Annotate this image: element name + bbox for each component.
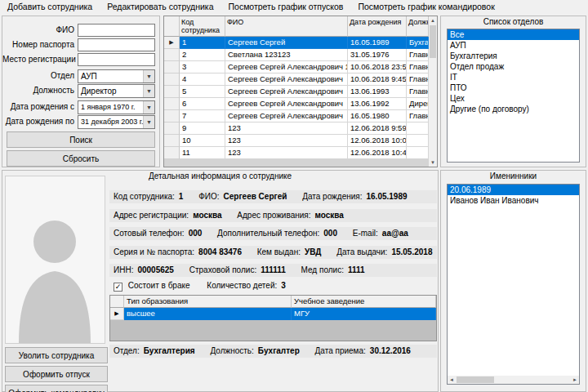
- table-row[interactable]: 9 123 12.06.2018 9:59: [164, 122, 429, 135]
- table-row[interactable]: 3 Сергеев Сергей Александрович 123123 10…: [164, 61, 429, 74]
- birthdays-list: 20.06.1989 Иванов Иван Иванович ◄ ►: [447, 184, 580, 385]
- table-row[interactable]: 4 Сергеев Сергей Александрович 10.06.201…: [164, 74, 429, 86]
- search-button[interactable]: Поиск: [7, 131, 155, 148]
- fio-input[interactable]: [78, 24, 155, 37]
- list-item[interactable]: АУП: [448, 40, 579, 51]
- column-header-code[interactable]: Код сотрудника: [180, 16, 225, 37]
- department-label: Отдел:: [114, 346, 140, 355]
- list-item[interactable]: Отдел продаж: [448, 61, 579, 72]
- table-row[interactable]: 10 123 12.06.2018 10:02: [164, 135, 429, 147]
- list-item[interactable]: Все: [448, 29, 579, 40]
- row-header: [164, 61, 180, 74]
- scrollbar-thumb[interactable]: [430, 25, 436, 58]
- row-header: ▶: [164, 37, 180, 49]
- birthdays-panel: Именинники 20.06.1989 Иванов Иван Иванов…: [440, 170, 586, 392]
- table-row[interactable]: 11 123 12.06.2018 10:47: [164, 147, 429, 159]
- employee-grid: Код сотрудника ФИО Дата рождения Должнос…: [163, 16, 438, 167]
- cell-fio: Сергеев Сергей Александрович: [225, 86, 348, 98]
- row-header: [164, 110, 180, 122]
- cell-birth: 10.06.2018 9:45: [348, 74, 407, 86]
- passport-input[interactable]: [78, 38, 155, 51]
- position-select[interactable]: Директор ▼: [78, 84, 155, 98]
- cell-birth: 31.05.1976: [348, 49, 407, 61]
- issue-date-value: 15.05.2018: [391, 247, 432, 256]
- birthdays-horizontal-scrollbar[interactable]: ◄ ►: [448, 376, 579, 384]
- table-row[interactable]: 5 Сергеев Сергей Александрович 13.06.199…: [164, 86, 429, 98]
- table-row[interactable]: ▶ 1 Сергеев Сергей 16.05.1989 Бухгалтер: [164, 37, 429, 49]
- cell-position: Бухгалтер: [407, 37, 429, 49]
- cell-fio: Светлана 123123: [225, 49, 348, 61]
- scroll-right-icon[interactable]: ►: [571, 377, 579, 382]
- current-row-arrow-icon: ▶: [114, 310, 118, 316]
- registration-input[interactable]: [78, 53, 155, 66]
- scroll-down-icon[interactable]: ▼: [430, 158, 435, 167]
- column-header-institution[interactable]: Учебное заведение: [292, 296, 436, 308]
- live-addr-value: москва: [315, 211, 344, 220]
- department-select[interactable]: АУП ▼: [78, 69, 155, 83]
- cell-code: 3: [180, 61, 225, 74]
- list-item[interactable]: ПТО: [448, 82, 579, 93]
- cell-code: 11: [180, 147, 225, 159]
- arrange-vacation-button[interactable]: Оформить отпуск: [5, 366, 108, 382]
- menu-edit-employee[interactable]: Редактировать сотрудника: [100, 0, 220, 14]
- row-header: ▶: [110, 308, 124, 320]
- scroll-up-icon[interactable]: ▲: [430, 16, 435, 24]
- education-grid-header: Тип образования Учебное заведение: [110, 296, 436, 308]
- grid-vertical-scrollbar[interactable]: ▲ ▼: [429, 16, 437, 167]
- fire-employee-button[interactable]: Уволить сотрудника: [5, 347, 108, 363]
- cell-code: 7: [180, 110, 225, 122]
- add-phone-value: 000: [323, 229, 337, 238]
- cell-position: Главный: [407, 86, 429, 98]
- list-item[interactable]: Иванов Иван Иванович: [448, 195, 579, 206]
- cell-phone-value: 000: [189, 229, 203, 238]
- column-header-birth[interactable]: Дата рождения: [348, 16, 407, 37]
- cell-code: 5: [180, 86, 225, 98]
- cell-fio: Сергеев Сергей Александрович 123123: [225, 61, 348, 74]
- email-value: aa@aa: [382, 229, 408, 238]
- list-item[interactable]: IT: [448, 72, 579, 82]
- table-row[interactable]: ▶ высшее МГУ: [110, 308, 436, 320]
- menu-vacation-schedule[interactable]: Посмотреть график отпусков: [221, 0, 351, 14]
- passport-label: Номер паспорта: [2, 40, 74, 49]
- cell-position: Главный: [407, 110, 429, 122]
- search-panel: ФИО Номер паспорта Место регистрации Отд…: [2, 16, 160, 167]
- grid-corner-cell: [110, 296, 124, 308]
- cell-fio: 123: [225, 122, 348, 135]
- cell-fio: Сергеев Сергей Александрович: [225, 98, 348, 110]
- list-item[interactable]: 20.06.1989: [448, 185, 579, 195]
- scrollbar-thumb[interactable]: [457, 376, 494, 383]
- scroll-left-icon[interactable]: ◄: [448, 377, 456, 382]
- cell-birth: 12.06.2018 10:47: [348, 147, 407, 159]
- row-header: [164, 135, 180, 147]
- cell-institution: МГУ: [292, 308, 436, 320]
- med-policy-label: Мед полис:: [301, 265, 344, 274]
- person-silhouette-icon: [6, 176, 105, 343]
- table-row[interactable]: 7 Сергеев Сергей Александрович 16.05.198…: [164, 110, 429, 122]
- birth-from-datepicker[interactable]: 1 января 1970 г. ▼: [78, 100, 155, 114]
- table-row[interactable]: 2 Светлана 123123 31.05.1976 Главный: [164, 49, 429, 61]
- reset-button[interactable]: Сбросить: [7, 150, 155, 167]
- passport-label: Серия и № паспорта:: [114, 247, 194, 256]
- birth-label: Дата рождения:: [302, 192, 362, 201]
- column-header-education-type[interactable]: Тип образования: [124, 296, 292, 308]
- position-value: Бухгалтер: [258, 346, 300, 355]
- column-header-fio[interactable]: ФИО: [225, 16, 348, 37]
- hire-date-value: 30.12.2016: [370, 346, 411, 355]
- grid-corner-cell: [164, 16, 180, 37]
- birth-from-label: Дата рождения с: [2, 102, 74, 111]
- cell-fio: Сергеев Сергей Александрович: [225, 74, 348, 86]
- employee-details-panel: Детальная информация о сотруднике Код со…: [2, 170, 439, 392]
- table-row[interactable]: 6 Сергеев Сергей Александрович 13.06.199…: [164, 98, 429, 110]
- column-header-position[interactable]: Должность: [407, 16, 429, 37]
- menu-trip-schedule[interactable]: Посмотреть график командировок: [350, 0, 501, 14]
- list-item[interactable]: Другие (по договору): [448, 104, 579, 114]
- list-item[interactable]: Бухгалтерия: [448, 51, 579, 61]
- birth-to-datepicker[interactable]: 31 декабря 2003 г. ▼: [78, 115, 155, 129]
- married-checkbox[interactable]: [114, 283, 122, 292]
- list-item[interactable]: Цех: [448, 93, 579, 104]
- menu-add-employee[interactable]: Добавить сотрудника: [0, 0, 100, 14]
- fio-label: ФИО: [2, 25, 74, 34]
- cell-birth: 16.05.1989: [348, 37, 407, 49]
- row-header: [164, 49, 180, 61]
- arrange-trip-button[interactable]: Оформить командировку: [5, 385, 108, 392]
